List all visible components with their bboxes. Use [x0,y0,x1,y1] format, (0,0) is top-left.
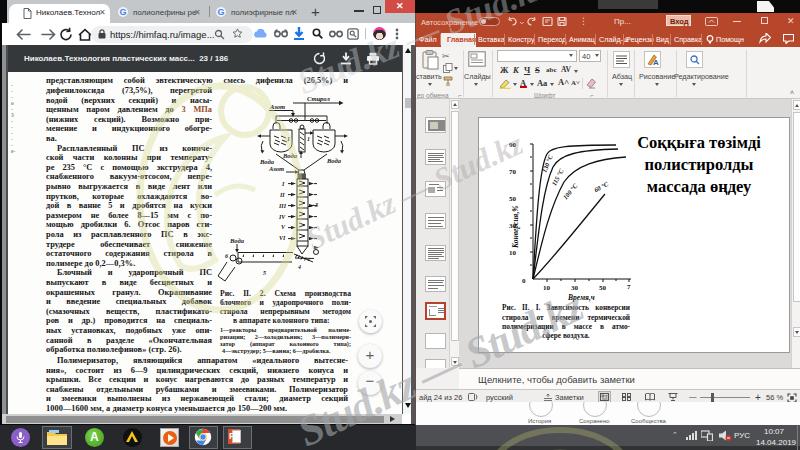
svg-text:3: 3 [314,202,318,208]
svg-text:III: III [278,203,287,209]
svg-text:50: 50 [599,284,607,292]
svg-text:6: 6 [225,253,228,259]
svg-text:4: 4 [297,264,301,270]
svg-text:1: 1 [287,136,290,142]
svg-text:70: 70 [509,168,517,176]
svg-text:100 °C: 100 °C [561,182,579,201]
svg-text:G: G [218,7,225,17]
svg-text:30: 30 [571,284,579,292]
svg-text:0: 0 [522,277,526,285]
svg-text:10: 10 [543,284,551,292]
svg-text:90: 90 [509,141,517,149]
svg-text:60 °C: 60 °C [593,180,610,194]
svg-text:I: I [281,181,285,187]
svg-text:Азот: Азот [269,103,285,110]
svg-text:Азот: Азот [268,165,284,172]
svg-text:Конверсия,%: Конверсия,% [511,205,520,249]
svg-text:5: 5 [263,270,266,276]
svg-text:V: V [281,224,286,230]
svg-text:IV: IV [278,214,286,220]
svg-text:10: 10 [509,249,517,257]
svg-text:Стирол: Стирол [307,95,330,102]
svg-text:VI: VI [279,235,286,241]
svg-text:7: 7 [627,283,631,291]
svg-text:А: А [653,58,659,66]
svg-text:II: II [279,192,285,198]
svg-text:Вода: Вода [259,158,275,165]
svg-text:Время,ч: Время,ч [567,293,595,302]
svg-text:Вода: Вода [326,157,342,164]
svg-text:50: 50 [509,195,517,203]
svg-text:1: 1 [307,136,310,142]
svg-text:Вода: Вода [229,237,245,244]
svg-text:G: G [120,7,127,17]
svg-text:Вода: Вода [282,152,298,159]
